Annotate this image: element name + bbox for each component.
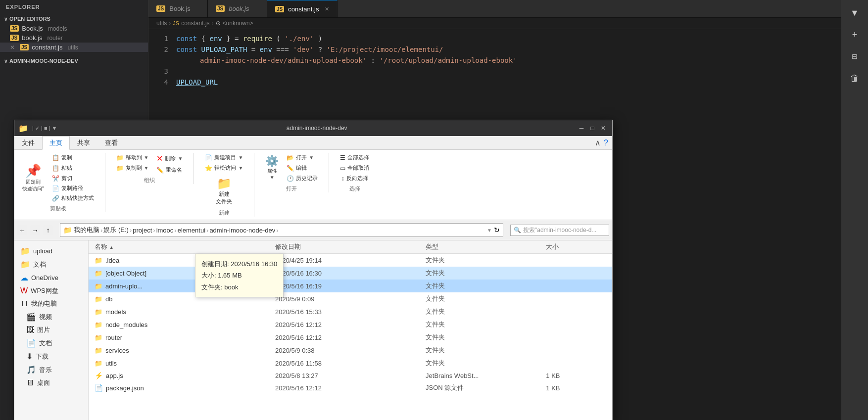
copy-btn[interactable]: 📋 复制 xyxy=(49,153,97,162)
open-file-book-js-models[interactable]: JS Book.js models xyxy=(0,24,148,33)
new-folder-icon: 📁 xyxy=(217,177,232,190)
copy-path-btn[interactable]: 📄 复制路径 xyxy=(49,184,97,193)
nav-upload[interactable]: 📁 upload xyxy=(14,244,88,258)
organize-btns: 📁 移动到 ▼ 📁 复制到 ▼ ✕ 删除 ▼ xyxy=(113,153,186,175)
rename-btn[interactable]: ✏️ 重命名 xyxy=(153,165,186,175)
up-btn[interactable]: ↑ xyxy=(43,225,53,235)
dropdown-action-btn[interactable]: ▼ xyxy=(845,4,865,22)
cut-btn[interactable]: ✂️ 剪切 xyxy=(49,174,97,183)
table-header: 名称 ▲ 修改日期 类型 大小 xyxy=(89,240,612,254)
properties-btn[interactable]: ⚙️ 属性 ▼ xyxy=(262,153,282,182)
split-editor-btn[interactable]: ⊟ xyxy=(845,47,865,65)
open-editors-section[interactable]: ∨ OPEN EDITORS xyxy=(0,14,148,24)
add-editor-btn[interactable]: + xyxy=(845,26,865,44)
file-row-appjs[interactable]: ⚡ app.js 2020/5/8 13:27 JetBrains WebSt.… xyxy=(89,370,612,381)
folder-icon: 📁 xyxy=(95,257,102,264)
nav-mypc[interactable]: 🖥 我的电脑 xyxy=(14,297,88,310)
open-btn[interactable]: 📂 打开 ▼ xyxy=(284,153,321,162)
address-bar[interactable]: 📁 我的电脑 › 娱乐 (E:) › project › imooc › ele… xyxy=(60,223,503,237)
forward-btn[interactable]: → xyxy=(30,225,40,235)
folder-icon: 📁 xyxy=(95,270,102,277)
picture-icon: 🖼 xyxy=(26,326,34,334)
select-none-icon: ▭ xyxy=(340,165,345,172)
nav-documents[interactable]: 📁 文档 xyxy=(14,258,88,271)
close-btn[interactable]: ✕ xyxy=(598,123,608,133)
nav-music[interactable]: 🎵 音乐 xyxy=(14,363,88,376)
pin-btn[interactable]: 📌 固定到 快速访问" xyxy=(19,161,47,194)
new-item-btn[interactable]: 📄 新建项目 ▼ xyxy=(202,153,246,162)
address-folder-icon: 📁 xyxy=(63,226,72,234)
select-none-btn[interactable]: ▭ 全部取消 xyxy=(337,163,372,173)
ribbon-tab-home[interactable]: 主页 xyxy=(42,136,70,150)
edit-btn[interactable]: ✏️ 编辑 xyxy=(284,163,321,173)
tab-constant-js[interactable]: JS constant.js ✕ xyxy=(267,0,338,17)
tooltip: 创建日期: 2020/5/16 16:30 大小: 1.65 MB 文件夹: b… xyxy=(195,254,284,297)
file-row-object-object[interactable]: 📁 [object Object] 2020/5/16 16:30 文件夹 ◀━… xyxy=(89,267,612,280)
nav-downloads[interactable]: ⬇ 下载 xyxy=(14,350,88,363)
delete-editor-btn[interactable]: 🗑 xyxy=(845,69,865,87)
maximize-btn[interactable]: □ xyxy=(587,123,597,133)
back-btn[interactable]: ← xyxy=(17,225,27,235)
ribbon-tab-file[interactable]: 文件 xyxy=(14,136,42,149)
minimize-btn[interactable]: ─ xyxy=(577,123,586,133)
open-btns: ⚙️ 属性 ▼ 📂 打开 ▼ ✏️ 编辑 🕐 xyxy=(262,153,321,183)
nav-wps[interactable]: W WPS网盘 xyxy=(14,284,88,297)
col-type[interactable]: 类型 xyxy=(426,242,546,251)
tab-close-icon[interactable]: ✕ xyxy=(325,6,329,12)
file-row-package-json[interactable]: 📄 package.json 2020/5/16 12:12 JSON 源文件 … xyxy=(89,381,612,394)
collapse-ribbon-btn[interactable]: ∧ xyxy=(595,138,601,147)
help-btn[interactable]: ? xyxy=(604,139,608,147)
nav-onedrive[interactable]: ☁ OneDrive xyxy=(14,271,88,284)
copy-group: 📋 复制 📋 粘贴 xyxy=(49,153,97,173)
nav-docs2[interactable]: 📄 文档 xyxy=(14,336,88,350)
address-path: 我的电脑 › 娱乐 (E:) › project › imooc › eleme… xyxy=(74,226,485,234)
properties-icon: ⚙️ xyxy=(265,155,279,168)
tab-book-js-lower[interactable]: JS book.js xyxy=(208,0,267,17)
nav-pictures[interactable]: 🖼 图片 xyxy=(14,324,88,336)
invert-selection-btn[interactable]: ↕ 反向选择 xyxy=(338,174,371,183)
nav-desktop[interactable]: 🖥 桌面 xyxy=(14,376,88,389)
open-file-book-js-router[interactable]: JS book.js router xyxy=(0,33,148,43)
nav-video[interactable]: 🎬 视频 xyxy=(14,310,88,324)
col-name[interactable]: 名称 ▲ xyxy=(95,242,275,251)
search-bar[interactable]: 🔍 搜索"admin-imooc-node-d... xyxy=(510,225,609,236)
open-file-constant-js-utils[interactable]: ✕ JS constant.js utils xyxy=(0,43,148,52)
file-row-services[interactable]: 📁services 2020/5/9 0:38 文件夹 xyxy=(89,344,612,357)
invert-icon: ↕ xyxy=(341,175,344,182)
ribbon-tab-share[interactable]: 共享 xyxy=(70,136,97,149)
titlebar-title: admin-imooc-node-dev xyxy=(61,125,573,132)
delete-btn[interactable]: ✕ 删除 ▼ xyxy=(153,153,186,164)
easy-access-icon: ⭐ xyxy=(205,165,212,172)
refresh-btn[interactable]: ↻ xyxy=(494,226,500,234)
new-folder-btn[interactable]: 📁 新建 文件夹 xyxy=(213,175,235,207)
file-row-models[interactable]: 📁models 2020/5/16 15:33 文件夹 xyxy=(89,305,612,318)
organize-group: 📁 移动到 ▼ 📁 复制到 ▼ ✕ 删除 ▼ xyxy=(113,153,194,184)
paste-shortcut-btn[interactable]: 🔗 粘贴快捷方式 xyxy=(49,193,97,203)
file-row-db[interactable]: 📁db 2020/5/9 0:09 文件夹 xyxy=(89,292,612,305)
open-label: 打开 xyxy=(286,185,297,192)
pc-icon: 🖥 xyxy=(20,299,28,308)
chevron-icon: ∨ xyxy=(4,58,7,64)
copy-to-btn[interactable]: 📁 复制到 ▼ xyxy=(113,163,152,173)
file-row-idea[interactable]: 📁.idea 2020/4/25 19:14 文件夹 xyxy=(89,254,612,267)
sidebar-title: EXPLORER xyxy=(0,0,148,14)
paste-btn[interactable]: 📋 粘贴 xyxy=(49,163,97,173)
move-to-btn[interactable]: 📁 移动到 ▼ xyxy=(113,153,152,162)
file-row-node-modules[interactable]: 📁node_modules 2020/5/16 12:12 文件夹 xyxy=(89,318,612,331)
webstorm-icon: ⚡ xyxy=(95,372,103,379)
music-icon: 🎵 xyxy=(26,365,36,374)
close-icon[interactable]: ✕ xyxy=(10,44,15,51)
easy-access-btn[interactable]: ⭐ 轻松访问 ▼ xyxy=(202,163,246,173)
file-row-router[interactable]: 📁router 2020/5/16 12:12 文件夹 xyxy=(89,331,612,344)
titlebar-folder-icon: 📁 xyxy=(18,124,28,133)
project-section[interactable]: ∨ ADMIN-IMOOC-NODE-DEV xyxy=(0,56,148,66)
file-row-admin-upload[interactable]: 📁admin-uplo... 2020/5/16 16:19 文件夹 xyxy=(89,280,612,292)
file-row-utils[interactable]: 📁utils 2020/5/16 11:58 文件夹 xyxy=(89,357,612,370)
tab-book-js[interactable]: JS Book.js xyxy=(148,0,208,17)
download-icon: ⬇ xyxy=(26,352,33,361)
col-size[interactable]: 大小 xyxy=(546,242,606,251)
history-btn[interactable]: 🕐 历史记录 xyxy=(284,174,321,183)
select-all-btn[interactable]: ☰ 全部选择 xyxy=(337,153,372,162)
ribbon-tab-view[interactable]: 查看 xyxy=(97,136,125,149)
col-date[interactable]: 修改日期 xyxy=(275,242,426,251)
